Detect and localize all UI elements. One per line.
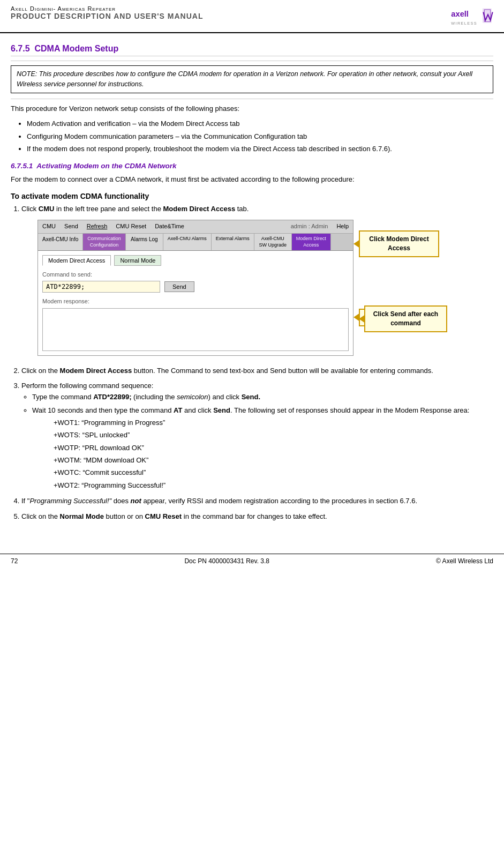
menu-send[interactable]: Send [64, 222, 78, 232]
step-2: Click on the Modem Direct Access button.… [21, 365, 493, 377]
page-content: 6.7.5 CDMA Modem Setup NOTE: This proced… [0, 33, 504, 538]
menu-cmu-reset[interactable]: CMU Reset [116, 222, 146, 232]
response-item: +WOT1: “Programming in Progress” [54, 416, 493, 429]
command-section: Command to send: Send Modem response: [42, 270, 349, 350]
response-item: +WOTS: “SPL unlocked” [54, 429, 493, 441]
footer-copyright: © Axell Wireless Ltd [436, 557, 493, 565]
bullet-item: Modem Activation and verification – via … [27, 118, 493, 129]
response-area [42, 308, 349, 351]
step-3: Perform the following command sequence: … [21, 380, 493, 491]
tab-modem-direct-access[interactable]: Modem DirectAccess [292, 234, 331, 250]
header-small-title: Axell Digimini- Americas Repeater [11, 5, 204, 12]
modem-access-bold: Modem Direct Access [163, 205, 235, 213]
svg-text:axell: axell [451, 10, 469, 18]
axell-logo: axell WIRELESS [450, 5, 493, 29]
response-item: +WOT2: “Programming Successful!” [54, 479, 493, 491]
callout-click-modem: Click Modem Direct Access [359, 230, 439, 257]
cmu-bold: CMU [39, 205, 55, 213]
subsection-intro: For the modem to connect over a CDMA net… [11, 174, 493, 185]
subsection-heading: 6.7.5.1 Activating Modem on the CDMA Net… [11, 162, 493, 170]
menu-help[interactable]: Help [336, 222, 349, 232]
screenshot-container: CMU Send Refresh CMU Reset Date&Time adm… [37, 220, 353, 355]
response-item: +WOTC: “Commit successful” [54, 466, 493, 479]
menu-admin: admin : Admin [291, 222, 328, 232]
response-item: +WOTM: “MDM download OK” [54, 454, 493, 466]
cmu-menubar: CMU Send Refresh CMU Reset Date&Time adm… [38, 220, 353, 234]
modem-direct-bold-2: Modem Direct Access [60, 367, 132, 375]
header-title-block: Axell Digimini- Americas Repeater Produc… [11, 5, 204, 20]
bullet-item: Configuring Modem communication paramete… [27, 131, 493, 142]
send-button[interactable]: Send [164, 281, 194, 292]
menu-refresh[interactable]: Refresh [87, 222, 108, 232]
atd-command: ATD*22899; [93, 393, 131, 401]
tab-axell-cmu-info[interactable]: Axell-CMU Info [38, 234, 83, 250]
response-label: Modem response: [42, 297, 349, 307]
tab-sw-upgrade[interactable]: Axell-CMUSW Upgrade [254, 234, 292, 250]
step-5: Click on the Normal Mode button or on CM… [21, 511, 493, 523]
steps-list: Click CMU in the left tree pane and sele… [21, 204, 493, 523]
step3-bullet-1: Type the command ATD*22899; (including t… [32, 392, 493, 403]
note-text: NOTE: This procedure describes how to co… [17, 70, 472, 88]
logo-block: axell WIRELESS [450, 5, 493, 29]
step3-bullet-2: Wait 10 seconds and then type the comman… [32, 405, 493, 491]
command-label: Command to send: [42, 270, 349, 280]
intro-bullet-list: Modem Activation and verification – via … [27, 118, 493, 154]
command-input-row: Send [42, 281, 349, 293]
callout-click-send: Click Send after each command [364, 305, 447, 332]
cmu-inner-content: Modem Direct Access Normal Mode Command … [38, 251, 353, 355]
note-box: NOTE: This procedure describes how to co… [11, 65, 493, 93]
procedure-heading: To activate modem CDMA functionality [11, 192, 493, 200]
footer-doc-id: Doc PN 4000003431 Rev. 3.8 [184, 557, 269, 565]
divider-mid [11, 99, 493, 99]
divider-top [11, 61, 493, 61]
footer-page-number: 72 [11, 557, 18, 565]
menu-datetime[interactable]: Date&Time [155, 222, 184, 232]
page-footer: 72 Doc PN 4000003431 Rev. 3.8 © Axell Wi… [0, 554, 504, 568]
tab-axell-cmu-alarms[interactable]: Axell-CMU Alarms [163, 234, 212, 250]
step3-sub-bullets: Type the command ATD*22899; (including t… [32, 392, 493, 491]
subtab-normal-mode[interactable]: Normal Mode [114, 255, 161, 266]
cmu-tabs-row: Axell-CMU Info CommunicationConfiguratio… [38, 234, 353, 251]
tab-comm-config[interactable]: CommunicationConfiguration [83, 234, 126, 250]
menu-cmu[interactable]: CMU [42, 222, 56, 232]
section-heading: 6.7.5 CDMA Modem Setup [11, 44, 493, 56]
bullet-item: If the modem does not respond properly, … [27, 144, 493, 154]
response-list: +WOT1: “Programming in Progress” +WOTS: … [54, 416, 493, 491]
svg-text:WIRELESS: WIRELESS [451, 21, 477, 26]
step-4: If "Programming Successful!" does not ap… [21, 496, 493, 507]
intro-text: This procedure for Verizon network setup… [11, 103, 493, 115]
page-header: Axell Digimini- Americas Repeater Produc… [0, 0, 504, 33]
response-item: +WOTP: “PRL download OK” [54, 442, 493, 454]
command-input[interactable] [42, 281, 160, 293]
tab-external-alarms[interactable]: External Alarms [212, 234, 254, 250]
header-large-title: Product Description and User's Manual [11, 12, 204, 20]
step-1: Click CMU in the left tree pane and sele… [21, 204, 493, 361]
subtab-modem-direct[interactable]: Modem Direct Access [42, 255, 111, 266]
tab-alarms-log[interactable]: Alarms Log [126, 234, 163, 250]
cmu-sub-tabs: Modem Direct Access Normal Mode [42, 255, 349, 266]
cmu-window: CMU Send Refresh CMU Reset Date&Time adm… [37, 220, 353, 355]
step3-text: Perform the following command sequence: [21, 382, 153, 390]
